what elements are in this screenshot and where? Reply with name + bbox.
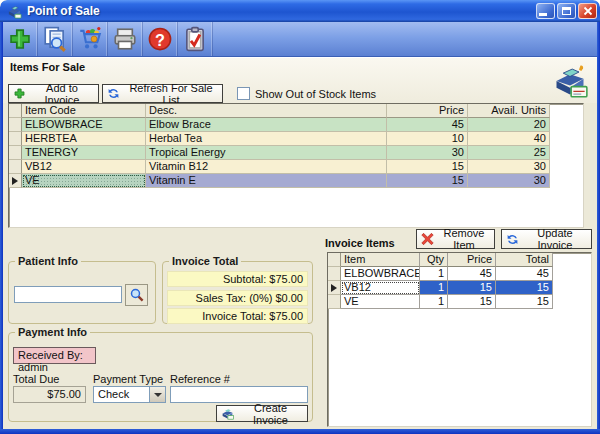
toolbar-tasks-button[interactable] bbox=[178, 22, 213, 56]
reference-label: Reference # bbox=[170, 373, 230, 385]
dropdown-button[interactable] bbox=[149, 387, 165, 402]
table-row-selected[interactable]: VE Vitamin E 15 30 bbox=[9, 174, 583, 188]
search-icon bbox=[129, 287, 145, 303]
col-avail-units[interactable]: Avail. Units bbox=[468, 104, 550, 118]
close-button[interactable] bbox=[578, 3, 597, 19]
create-invoice-button[interactable]: Create Invoice bbox=[216, 405, 308, 422]
add-icon bbox=[13, 87, 26, 100]
table-row[interactable]: ELBOWBRACE Elbow Brace 45 20 bbox=[9, 118, 583, 132]
col-desc[interactable]: Desc. bbox=[146, 104, 387, 118]
col-item[interactable]: Item bbox=[341, 253, 420, 267]
total-due-label: Total Due bbox=[13, 373, 59, 385]
table-header-row: Item Code Desc. Price Avail. Units bbox=[9, 104, 583, 118]
print-icon bbox=[112, 26, 138, 52]
svg-text:?: ? bbox=[155, 31, 165, 49]
find-items-icon bbox=[42, 26, 68, 52]
window-border-bottom bbox=[0, 429, 600, 434]
remove-item-button[interactable]: Remove Item bbox=[416, 229, 495, 249]
show-out-of-stock-label: Show Out of Stock Items bbox=[255, 88, 376, 100]
table-row[interactable]: VE 1 15 15 bbox=[328, 295, 591, 309]
create-invoice-icon bbox=[221, 407, 234, 420]
sales-tax-field: Sales Tax: (0%) $0.00 bbox=[167, 290, 308, 306]
row-selector-header bbox=[328, 253, 341, 267]
shopping-cart-icon bbox=[77, 26, 103, 52]
maximize-icon bbox=[562, 7, 571, 15]
col-price[interactable]: Price bbox=[448, 253, 496, 267]
patient-search-button[interactable] bbox=[125, 284, 148, 306]
col-qty[interactable]: Qty bbox=[420, 253, 448, 267]
add-icon bbox=[7, 26, 33, 52]
point-of-sale-icon bbox=[552, 63, 588, 99]
remove-icon bbox=[421, 232, 434, 246]
reference-input[interactable] bbox=[170, 386, 308, 403]
invoice-items-title: Invoice Items bbox=[325, 237, 395, 249]
minimize-icon bbox=[539, 13, 547, 16]
refresh-icon bbox=[107, 87, 120, 100]
received-by-badge: Received By: admin bbox=[13, 347, 96, 364]
help-icon: ? bbox=[147, 26, 173, 52]
invoice-items-table[interactable]: Item Qty Price Total ELBOWBRACE 1 45 45 … bbox=[327, 252, 592, 427]
maximize-button[interactable] bbox=[557, 3, 576, 19]
items-for-sale-title: Items For Sale bbox=[10, 61, 85, 73]
table-row[interactable]: VB12 Vitamin B12 15 30 bbox=[9, 160, 583, 174]
update-invoice-button[interactable]: Update Invoice bbox=[501, 229, 592, 249]
current-row-arrow-icon bbox=[12, 177, 18, 185]
refresh-icon bbox=[506, 233, 519, 246]
table-header-row: Item Qty Price Total bbox=[328, 253, 591, 267]
toolbar: ? bbox=[3, 22, 597, 57]
col-item-code[interactable]: Item Code bbox=[22, 104, 146, 118]
app-window: Point of Sale bbox=[0, 0, 600, 434]
patient-search-input[interactable] bbox=[14, 286, 122, 303]
toolbar-cart-button[interactable] bbox=[73, 22, 108, 56]
chevron-down-icon bbox=[154, 393, 162, 397]
items-for-sale-table[interactable]: Item Code Desc. Price Avail. Units ELBOW… bbox=[8, 103, 584, 228]
table-row-selected[interactable]: VB12 1 15 15 bbox=[328, 281, 591, 295]
close-icon bbox=[583, 6, 593, 16]
toolbar-add-button[interactable] bbox=[3, 22, 38, 56]
window-title: Point of Sale bbox=[27, 4, 100, 18]
payment-type-label: Payment Type bbox=[93, 373, 163, 385]
tasks-checklist-icon bbox=[182, 26, 208, 52]
show-out-of-stock-checkbox[interactable] bbox=[237, 87, 250, 100]
col-price[interactable]: Price bbox=[387, 104, 468, 118]
subtotal-field: Subtotal: $75.00 bbox=[167, 271, 308, 287]
payment-type-select[interactable]: Check bbox=[93, 386, 166, 403]
titlebar[interactable]: Point of Sale bbox=[0, 0, 600, 22]
table-row[interactable]: HERBTEA Herbal Tea 10 40 bbox=[9, 132, 583, 146]
row-selector-header bbox=[9, 104, 22, 118]
table-row[interactable]: TENERGY Tropical Energy 30 25 bbox=[9, 146, 583, 160]
toolbar-print-button[interactable] bbox=[108, 22, 143, 56]
window-border-left bbox=[0, 20, 3, 434]
current-row-arrow-icon bbox=[331, 284, 337, 292]
refresh-for-sale-list-button[interactable]: Refresh For Sale List bbox=[102, 84, 223, 103]
toolbar-help-button[interactable]: ? bbox=[143, 22, 178, 56]
add-to-invoice-button[interactable]: Add to Invoice bbox=[8, 84, 99, 103]
invoice-total-field: Invoice Total: $75.00 bbox=[167, 308, 308, 324]
table-row[interactable]: ELBOWBRACE 1 45 45 bbox=[328, 267, 591, 281]
toolbar-find-items-button[interactable] bbox=[38, 22, 73, 56]
client-area: Items For Sale Add to Invoice Refresh Fo… bbox=[3, 57, 597, 429]
app-icon bbox=[7, 4, 22, 19]
minimize-button[interactable] bbox=[536, 3, 555, 19]
total-due-value: $75.00 bbox=[13, 386, 86, 403]
col-total[interactable]: Total bbox=[496, 253, 553, 267]
